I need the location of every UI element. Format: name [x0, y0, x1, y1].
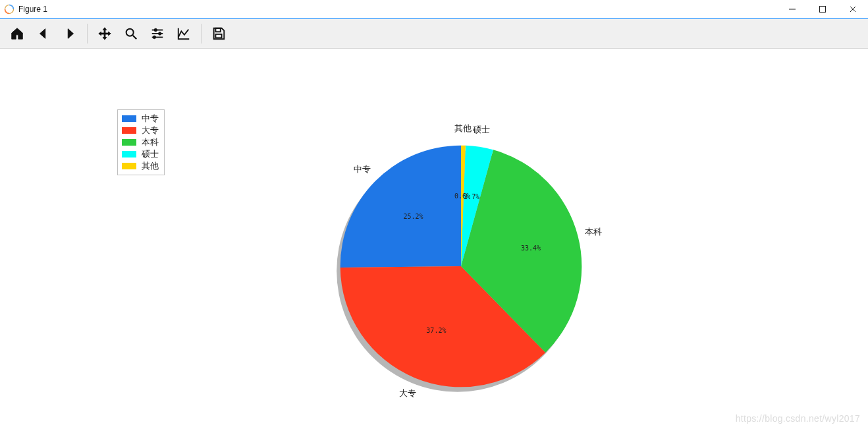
watermark: https://blog.csdn.net/wyl2017	[736, 413, 860, 424]
zoom-button[interactable]	[118, 20, 144, 47]
legend: 中专大专本科硕士其他	[117, 109, 165, 175]
configure-subplots-button[interactable]	[144, 20, 171, 47]
app-icon	[4, 4, 14, 14]
legend-swatch	[122, 163, 136, 169]
legend-swatch	[122, 115, 136, 122]
slice-pct: 37.2%	[426, 327, 446, 334]
back-button[interactable]	[30, 20, 57, 47]
save-button[interactable]	[205, 20, 232, 47]
legend-label: 本科	[142, 136, 159, 148]
svg-rect-2	[820, 7, 826, 13]
legend-label: 中专	[142, 113, 159, 125]
svg-point-8	[154, 28, 157, 31]
svg-rect-14	[215, 34, 221, 38]
legend-item: 硕士	[122, 148, 159, 160]
window-close-button[interactable]	[838, 0, 868, 18]
window-titlebar: Figure 1	[0, 0, 868, 19]
slice-label: 大专	[399, 387, 416, 399]
slice-label: 硕士	[473, 124, 490, 136]
slice-pct: 0.6%	[454, 192, 470, 200]
legend-item: 大专	[122, 125, 159, 136]
legend-item: 中专	[122, 113, 159, 125]
slice-pct: 25.2%	[403, 213, 423, 220]
forward-button[interactable]	[57, 20, 83, 47]
home-button[interactable]	[4, 20, 30, 47]
legend-item: 其他	[122, 160, 159, 172]
slice-label: 其他	[454, 123, 472, 134]
edit-axis-button[interactable]	[171, 20, 197, 47]
slice-label: 本科	[585, 226, 602, 238]
svg-rect-13	[215, 28, 220, 32]
legend-swatch	[122, 151, 136, 157]
svg-point-12	[153, 36, 155, 38]
toolbar-separator	[87, 24, 88, 43]
plot-area[interactable]: 中专大专本科硕士其他 https://blog.csdn.net/wyl2017…	[0, 49, 868, 429]
legend-label: 大专	[142, 125, 159, 136]
legend-item: 本科	[122, 136, 159, 148]
svg-point-10	[158, 32, 161, 35]
legend-swatch	[122, 139, 136, 146]
legend-swatch	[122, 127, 136, 134]
matplotlib-toolbar	[0, 19, 868, 49]
pan-button[interactable]	[92, 20, 118, 47]
svg-point-5	[126, 29, 134, 36]
window-title: Figure 1	[18, 5, 47, 14]
window-minimize-button[interactable]	[777, 0, 807, 18]
slice-pct: 33.4%	[521, 244, 541, 252]
legend-label: 其他	[142, 160, 159, 172]
toolbar-separator	[201, 24, 202, 43]
svg-line-6	[133, 36, 137, 40]
window-maximize-button[interactable]	[807, 0, 838, 18]
legend-label: 硕士	[142, 148, 159, 160]
slice-label: 中专	[354, 163, 371, 175]
